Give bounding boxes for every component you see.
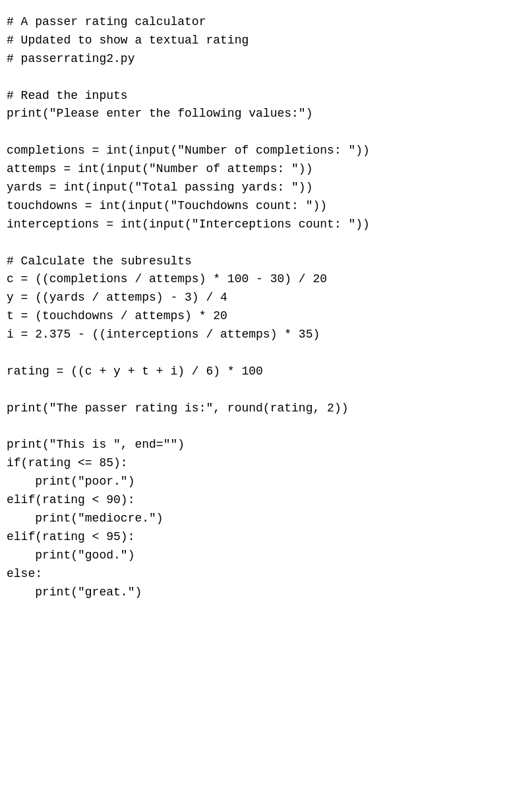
code-display: # A passer rating calculator # Updated t…: [7, 13, 525, 602]
